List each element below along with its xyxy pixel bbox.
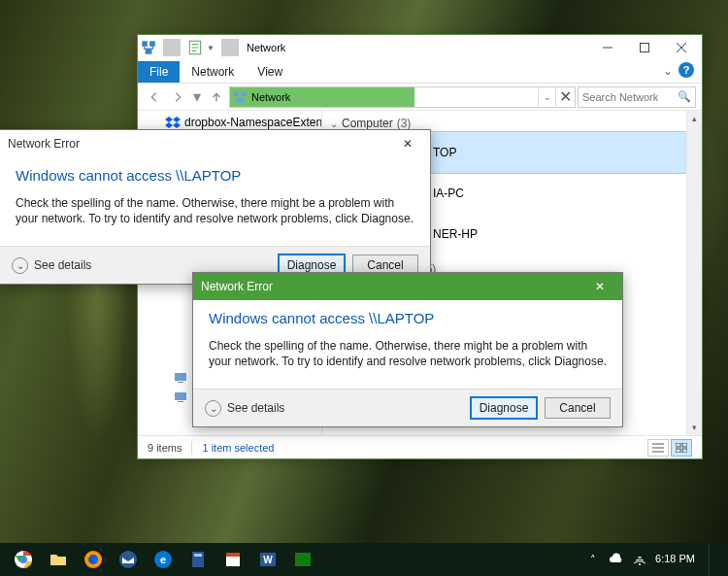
dropbox-icon bbox=[165, 115, 181, 130]
svg-rect-5 bbox=[233, 91, 239, 96]
address-bar[interactable]: Network ⌄ ✕ bbox=[229, 86, 576, 108]
status-selected: 1 item selected bbox=[202, 442, 274, 454]
chevron-down-icon: ⌄ bbox=[12, 257, 28, 274]
svg-rect-2 bbox=[146, 49, 152, 54]
taskbar-word-icon[interactable]: W bbox=[250, 545, 285, 574]
ribbon-tabs: File Network View ⌄ ? bbox=[138, 60, 702, 84]
window-title: Network bbox=[247, 42, 285, 53]
taskbar-app2-icon[interactable] bbox=[285, 545, 320, 574]
computer-icon bbox=[173, 370, 188, 386]
search-icon: 🔍 bbox=[678, 90, 691, 103]
list-item-laptop[interactable]: TOP bbox=[388, 132, 694, 173]
nav-up-button[interactable] bbox=[206, 86, 227, 108]
address-text: Network bbox=[251, 91, 290, 103]
help-icon[interactable]: ? bbox=[678, 62, 694, 78]
taskbar-explorer-icon[interactable] bbox=[41, 545, 76, 574]
close-button[interactable]: ✕ bbox=[585, 277, 614, 296]
see-details-label: See details bbox=[34, 258, 91, 272]
item-label: IA-PC bbox=[433, 186, 464, 200]
taskbar-edge-icon[interactable]: e bbox=[146, 545, 181, 574]
tab-file[interactable]: File bbox=[138, 61, 180, 83]
see-details-toggle[interactable]: ⌄ See details bbox=[12, 257, 91, 274]
svg-point-21 bbox=[88, 555, 98, 564]
tray-network-icon[interactable] bbox=[632, 552, 647, 567]
svg-rect-7 bbox=[236, 98, 244, 103]
see-details-toggle[interactable]: ⌄ See details bbox=[205, 400, 284, 417]
address-segment-network[interactable]: Network bbox=[230, 87, 414, 107]
view-details-button[interactable] bbox=[647, 439, 669, 457]
dialog-headline: Windows cannot access \\LAPTOP bbox=[209, 310, 607, 326]
scrollbar[interactable]: ▴ ▾ bbox=[686, 111, 702, 435]
ribbon-collapse-icon[interactable]: ⌄ bbox=[663, 64, 673, 78]
diagnose-button[interactable]: Diagnose bbox=[471, 397, 537, 419]
cancel-button[interactable]: Cancel bbox=[545, 397, 611, 419]
tray-overflow-icon[interactable]: ˄ bbox=[585, 552, 601, 567]
svg-text:W: W bbox=[263, 555, 273, 565]
minimize-button[interactable] bbox=[589, 35, 626, 60]
network-error-dialog-1: Network Error ✕ Windows cannot access \\… bbox=[0, 129, 431, 285]
svg-rect-4 bbox=[641, 44, 649, 52]
network-error-dialog-2: Network Error ✕ Windows cannot access \\… bbox=[192, 272, 623, 427]
tab-view[interactable]: View bbox=[246, 61, 294, 83]
dialog-title-bar[interactable]: Network Error ✕ bbox=[193, 273, 622, 300]
scroll-down-icon[interactable]: ▾ bbox=[687, 420, 702, 435]
clock[interactable]: 6:18 PM bbox=[655, 554, 695, 565]
svg-rect-10 bbox=[175, 392, 186, 400]
address-row: ▾ Network ⌄ ✕ Search Network 🔍 bbox=[138, 84, 702, 111]
svg-rect-26 bbox=[194, 554, 202, 557]
dialog-title-bar[interactable]: Network Error ✕ bbox=[0, 130, 430, 157]
title-bar[interactable]: ▼ Network bbox=[138, 35, 702, 60]
taskbar-calc-icon[interactable] bbox=[181, 545, 215, 574]
see-details-label: See details bbox=[227, 401, 284, 415]
close-button[interactable] bbox=[663, 35, 700, 60]
svg-rect-11 bbox=[178, 401, 183, 402]
show-desktop-button[interactable] bbox=[709, 543, 714, 576]
separator bbox=[163, 39, 181, 56]
status-bar: 9 items 1 item selected bbox=[138, 435, 702, 458]
dialog-instruction: Check the spelling of the name. Otherwis… bbox=[209, 338, 607, 369]
tray-onedrive-icon[interactable] bbox=[609, 552, 624, 567]
svg-rect-14 bbox=[676, 443, 680, 447]
svg-rect-9 bbox=[178, 382, 183, 383]
svg-rect-8 bbox=[175, 373, 186, 381]
taskbar[interactable]: e W ˄ 6:18 PM bbox=[0, 543, 728, 576]
nav-back-button[interactable] bbox=[144, 86, 165, 108]
list-item-owner[interactable]: NER-HP bbox=[388, 214, 694, 254]
nav-forward-button[interactable] bbox=[167, 86, 188, 108]
svg-rect-0 bbox=[142, 41, 148, 47]
svg-rect-31 bbox=[295, 553, 311, 566]
group-label: Computer bbox=[342, 117, 393, 130]
svg-point-32 bbox=[639, 563, 641, 565]
search-input[interactable]: Search Network 🔍 bbox=[578, 86, 696, 108]
refresh-button[interactable]: ✕ bbox=[555, 87, 575, 107]
chevron-down-icon: ⌄ bbox=[330, 119, 338, 129]
dialog-headline: Windows cannot access \\LAPTOP bbox=[16, 167, 414, 184]
list-item-gena[interactable]: IA-PC bbox=[388, 173, 694, 214]
svg-text:e: e bbox=[160, 554, 166, 565]
taskbar-thunderbird-icon[interactable] bbox=[111, 545, 146, 574]
svg-rect-1 bbox=[149, 41, 155, 47]
qat-dropdown-icon[interactable]: ▼ bbox=[206, 39, 215, 56]
address-dropdown-icon[interactable]: ⌄ bbox=[538, 87, 555, 107]
svg-rect-6 bbox=[241, 91, 247, 96]
dialog-instruction: Check the spelling of the name. Otherwis… bbox=[16, 195, 414, 226]
svg-rect-16 bbox=[676, 449, 680, 453]
dialog-title: Network Error bbox=[8, 137, 80, 151]
separator bbox=[221, 39, 239, 56]
tab-network[interactable]: Network bbox=[180, 61, 246, 83]
taskbar-chrome-icon[interactable] bbox=[6, 545, 41, 574]
item-label: TOP bbox=[433, 146, 456, 159]
status-items: 9 items bbox=[148, 442, 182, 454]
close-button[interactable]: ✕ bbox=[393, 134, 422, 153]
taskbar-firefox-icon[interactable] bbox=[76, 545, 111, 574]
scroll-up-icon[interactable]: ▴ bbox=[687, 111, 702, 126]
chevron-down-icon: ⌄ bbox=[205, 400, 221, 417]
computer-icon bbox=[173, 390, 188, 405]
nav-history-button[interactable]: ▾ bbox=[190, 86, 204, 108]
qat-properties-icon[interactable] bbox=[186, 39, 204, 56]
view-tiles-button[interactable] bbox=[671, 439, 692, 457]
maximize-button[interactable] bbox=[626, 35, 663, 60]
svg-rect-17 bbox=[682, 449, 687, 453]
system-tray[interactable]: ˄ 6:18 PM bbox=[585, 543, 722, 576]
taskbar-app-icon[interactable] bbox=[215, 545, 250, 574]
